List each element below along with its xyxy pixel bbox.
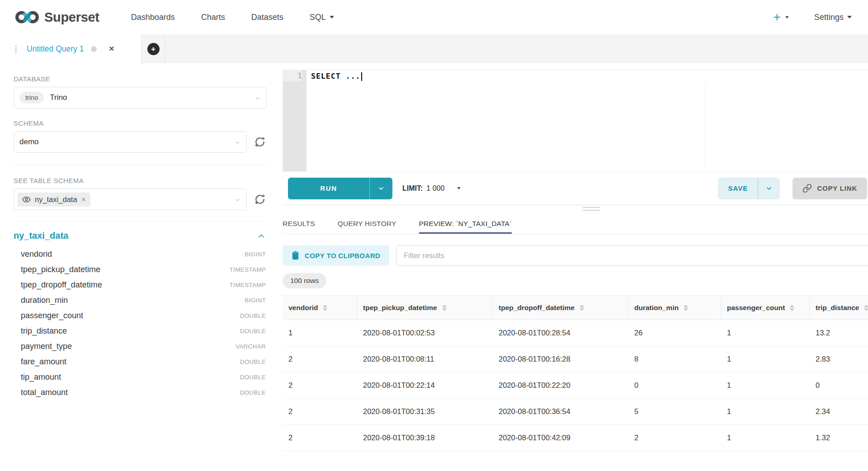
database-label: DATABASE — [14, 75, 267, 83]
run-button[interactable]: RUN — [288, 178, 392, 199]
tab-query-history[interactable]: QUERY HISTORY — [338, 212, 396, 234]
new-item-menu-button[interactable]: + — [774, 11, 789, 24]
query-tab-untitled-query-1[interactable]: ⋮ Untitled Query 1 ✕ — [0, 34, 141, 63]
chevron-down-icon — [234, 197, 241, 203]
table-cell: 1 — [721, 320, 810, 346]
table-cell: 0 — [628, 372, 721, 398]
table-row[interactable]: 22020-08-01T00:39:182020-08-01T00:42:092… — [283, 425, 868, 451]
column-name: tpep_dropoff_datetime — [21, 280, 102, 290]
refresh-icon — [254, 136, 266, 148]
close-icon[interactable]: ✕ — [81, 196, 86, 203]
copy-link-button[interactable]: COPY LINK — [793, 178, 867, 199]
sort-icon[interactable] — [790, 305, 794, 311]
settings-menu-button[interactable]: Settings — [814, 13, 852, 22]
column-header[interactable]: tpep_pickup_datetime — [357, 296, 493, 320]
column-header[interactable]: vendorid — [283, 296, 357, 320]
clipboard-icon — [292, 251, 299, 260]
column-header[interactable]: duration_min — [628, 296, 721, 320]
schema-column-row[interactable]: tip_amount DOUBLE — [14, 369, 267, 385]
table-row[interactable]: 22020-08-01T00:31:352020-08-01T00:36:545… — [283, 399, 868, 425]
sidebar-divider — [14, 165, 267, 165]
schema-column-row[interactable]: fare_amount DOUBLE — [14, 354, 267, 369]
column-type: TIMESTAMP — [230, 282, 266, 288]
table-cell: 2020-08-01T00:16:28 — [493, 346, 628, 372]
sql-code-area[interactable]: SELECT ... — [307, 70, 868, 171]
table-cell: 1 — [283, 320, 357, 346]
table-cell: 0 — [810, 372, 868, 398]
nav-item-sql[interactable]: SQL — [310, 13, 334, 22]
schema-column-row[interactable]: payment_type VARCHAR — [14, 339, 267, 354]
nav-item-charts[interactable]: Charts — [201, 13, 225, 22]
tab-results[interactable]: RESULTS — [283, 212, 315, 234]
copy-to-clipboard-button[interactable]: COPY TO CLIPBOARD — [283, 245, 389, 266]
nav-item-dashboards[interactable]: Dashboards — [131, 13, 175, 22]
tab-preview-ny-taxi-data[interactable]: PREVIEW: `NY_TAXI_DATA` — [419, 212, 512, 234]
table-tag-name: ny_taxi_data — [35, 195, 77, 204]
sort-icon[interactable] — [580, 305, 584, 311]
column-header-label: vendorid — [288, 304, 318, 312]
schema-label: SCHEMA — [14, 119, 267, 127]
schema-column-row[interactable]: total_amount DOUBLE — [14, 385, 267, 400]
sort-icon[interactable] — [442, 305, 447, 311]
refresh-schemas-button[interactable] — [253, 136, 267, 148]
sql-code: SELECT ... — [311, 72, 360, 80]
sort-icon[interactable] — [864, 305, 868, 311]
schema-column-row[interactable]: trip_distance DOUBLE — [14, 323, 267, 339]
limit-dropdown[interactable]: LIMIT: 1 000 — [402, 184, 461, 193]
column-header[interactable]: tpep_dropoff_datetime — [493, 296, 628, 320]
results-controls: COPY TO CLIPBOARD — [283, 245, 868, 266]
schema-column-row[interactable]: tpep_pickup_datetime TIMESTAMP — [14, 262, 267, 277]
chevron-down-icon — [330, 16, 334, 19]
column-name: total_amount — [21, 388, 68, 397]
schema-column-row[interactable]: tpep_dropoff_datetime TIMESTAMP — [14, 277, 267, 292]
table-expander-ny-taxi-data[interactable]: ny_taxi_data — [14, 231, 266, 241]
column-type: DOUBLE — [240, 389, 266, 396]
link-icon — [802, 184, 812, 193]
save-options-button[interactable] — [758, 178, 780, 199]
copy-to-clipboard-label: COPY TO CLIPBOARD — [305, 252, 380, 259]
table-cell: 1 — [721, 425, 810, 451]
line-number: 1 — [283, 70, 302, 81]
table-row[interactable]: 22020-08-01T00:22:142020-08-01T00:22:200… — [283, 372, 868, 399]
sort-icon[interactable] — [684, 305, 688, 311]
results-header-row: vendoridtpep_pickup_datetimetpep_dropoff… — [283, 296, 868, 320]
limit-label: LIMIT: — [402, 184, 423, 193]
drag-dots-icon[interactable]: ⋮ — [12, 45, 20, 53]
editor-cursor — [361, 72, 362, 81]
chevron-up-icon[interactable] — [257, 231, 266, 240]
table-tag[interactable]: ny_taxi_data ✕ — [18, 193, 90, 207]
run-options-button[interactable] — [370, 178, 392, 199]
refresh-tables-button[interactable] — [253, 193, 267, 206]
column-header-label: tpep_dropoff_datetime — [499, 304, 575, 312]
run-button-label[interactable]: RUN — [288, 178, 369, 199]
table-cell: 2020-08-01T00:39:18 — [357, 425, 493, 451]
nav-item-datasets[interactable]: Datasets — [251, 13, 283, 22]
save-button[interactable]: SAVE — [718, 178, 780, 199]
column-header[interactable]: passenger_count — [721, 296, 810, 320]
schema-column-row[interactable]: passenger_count DOUBLE — [14, 308, 267, 323]
table-schema-select[interactable]: ny_taxi_data ✕ — [14, 188, 247, 210]
new-query-tab-button[interactable]: + — [141, 34, 165, 63]
sort-icon[interactable] — [323, 305, 327, 311]
table-row[interactable]: 12020-08-01T00:02:532020-08-01T00:28:542… — [283, 320, 868, 346]
query-tab-title: Untitled Query 1 — [27, 44, 84, 54]
close-icon[interactable]: ✕ — [108, 45, 114, 53]
column-name: tip_amount — [21, 372, 61, 382]
save-button-label[interactable]: SAVE — [718, 178, 758, 199]
database-select[interactable]: trino Trino — [14, 87, 267, 108]
table-cell: 2.83 — [810, 346, 868, 372]
column-type: DOUBLE — [240, 374, 266, 381]
superset-logo-icon — [15, 10, 39, 24]
pane-resize-handle[interactable] — [583, 207, 600, 212]
nav-right: + Settings — [774, 11, 852, 24]
schema-column-row[interactable]: vendorid BIGINT — [14, 246, 267, 262]
brand[interactable]: Superset — [15, 10, 99, 25]
schema-column-row[interactable]: duration_min BIGINT — [14, 292, 267, 308]
table-row[interactable]: 22020-08-01T00:08:112020-08-01T00:16:288… — [283, 346, 868, 372]
schema-select[interactable]: demo — [14, 131, 247, 153]
table-cell: 2 — [628, 425, 721, 451]
sql-editor[interactable]: 1 SELECT ... — [283, 70, 868, 172]
column-header[interactable]: trip_distance — [810, 296, 868, 320]
table-cell: 2020-08-01T00:08:11 — [357, 346, 493, 372]
filter-results-input[interactable] — [396, 245, 868, 266]
